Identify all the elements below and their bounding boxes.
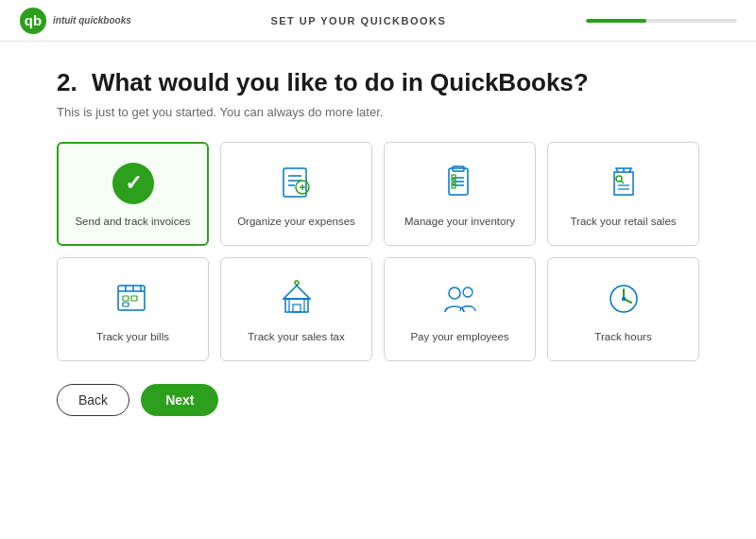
option-expenses[interactable]: Organize your expenses [220,142,372,246]
option-salestax-label: Track your sales tax [248,329,344,344]
svg-point-38 [463,287,472,297]
svg-point-42 [622,297,625,300]
inventory-icon [439,163,481,204]
selected-check-icon [112,163,154,204]
options-grid: Send and track invoices Organize your ex… [57,142,699,361]
svg-marker-31 [284,286,310,299]
option-invoices-label: Send and track invoices [75,214,190,229]
main-content: 2. What would you like to do in QuickBoo… [0,42,756,435]
svg-rect-28 [131,296,137,301]
svg-point-37 [449,287,460,299]
retail-icon [603,163,644,204]
svg-text:qb: qb [25,11,42,27]
option-hours[interactable]: Track hours [547,257,699,361]
next-button[interactable]: Next [141,384,218,416]
option-invoices[interactable]: Send and track invoices [57,142,209,246]
hours-icon [603,278,644,320]
button-row: Back Next [57,384,699,416]
svg-rect-2 [284,168,306,197]
logo-area: qb intuit quickbooks [19,7,131,35]
option-bills[interactable]: Track your bills [57,257,209,361]
bills-icon [112,278,154,320]
back-button[interactable]: Back [57,384,129,416]
employees-icon [439,278,481,320]
brand-name-label: intuit quickbooks [53,15,131,26]
quickbooks-logo-icon: qb [19,7,47,35]
svg-rect-27 [123,296,129,301]
header-title: SET UP YOUR QUICKBOOKS [270,15,446,26]
app-header: qb intuit quickbooks SET UP YOUR QUICKBO… [0,0,756,42]
svg-line-19 [621,181,624,183]
svg-rect-32 [293,304,301,312]
option-hours-label: Track hours [594,329,651,344]
page-subheading: This is just to get you started. You can… [57,105,699,119]
option-retail[interactable]: Track your retail sales [547,142,699,246]
option-inventory[interactable]: Manage your inventory [384,142,536,246]
step-number: 2. [57,68,77,96]
svg-point-34 [295,281,299,285]
progress-fill [586,19,646,23]
option-salestax[interactable]: Track your sales tax [220,257,372,361]
progress-bar [586,19,737,23]
option-bills-label: Track your bills [96,329,169,344]
option-expenses-label: Organize your expenses [237,214,355,229]
salestax-icon [276,278,318,320]
expenses-icon [276,163,318,204]
svg-rect-29 [123,303,129,306]
invoice-icon [112,163,154,204]
page-heading: 2. What would you like to do in QuickBoo… [57,68,699,97]
option-employees[interactable]: Pay your employees [384,257,536,361]
option-retail-label: Track your retail sales [570,214,676,229]
option-inventory-label: Manage your inventory [404,214,515,229]
heading-text: What would you like to do in QuickBooks? [92,68,589,96]
option-employees-label: Pay your employees [410,329,508,344]
